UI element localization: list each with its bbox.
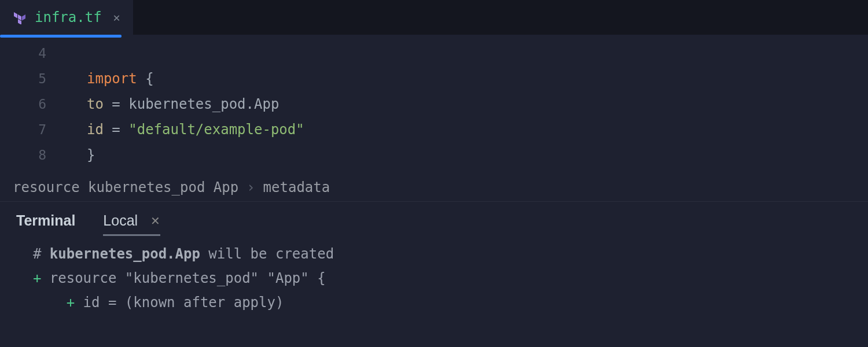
line-number: 7 — [0, 117, 87, 142]
breadcrumb-segment: metadata — [263, 179, 330, 195]
terminal-line: + id = (known after apply) — [16, 290, 852, 315]
line-number: 8 — [0, 142, 87, 168]
code-line-content: import { — [87, 66, 868, 91]
code-line-content: id = "default/example-pod" — [87, 117, 868, 142]
panel-tab-terminal[interactable]: Terminal — [16, 212, 75, 229]
chevron-right-icon: › — [247, 179, 255, 195]
breadcrumb-segment: resource kubernetes_pod App — [13, 179, 238, 195]
tab-bar: infra.tf ✕ — [0, 0, 868, 35]
close-icon[interactable]: ✕ — [113, 10, 120, 24]
tab-file-name: infra.tf — [35, 9, 102, 25]
line-number: 6 — [0, 91, 87, 117]
breadcrumb[interactable]: resource kubernetes_pod App › metadata — [0, 174, 868, 202]
code-line-content: to = kubernetes_pod.App — [87, 91, 868, 117]
line-number: 5 — [0, 66, 87, 91]
editor-tab-infra[interactable]: infra.tf ✕ — [0, 0, 133, 35]
panel-tab-bar: Terminal Local ✕ — [0, 202, 868, 235]
panel-tab-local[interactable]: Local — [103, 212, 138, 229]
line-number: 4 — [0, 40, 87, 66]
code-editor[interactable]: 4 5 import { 6 to = kubernetes_pod.App 7… — [0, 35, 868, 168]
terminal-line: + resource "kubernetes_pod" "App" { — [16, 266, 852, 290]
tab-underline-indicator — [103, 234, 160, 236]
close-icon[interactable]: ✕ — [150, 214, 160, 228]
tab-active-indicator — [0, 35, 122, 38]
terminal-output[interactable]: # kubernetes_pod.App will be created + r… — [0, 235, 868, 322]
code-line-content: } — [87, 142, 868, 168]
svg-marker-2 — [22, 14, 25, 21]
svg-marker-0 — [14, 12, 17, 19]
terminal-line: # kubernetes_pod.App will be created — [16, 242, 852, 266]
terraform-icon — [13, 10, 27, 24]
